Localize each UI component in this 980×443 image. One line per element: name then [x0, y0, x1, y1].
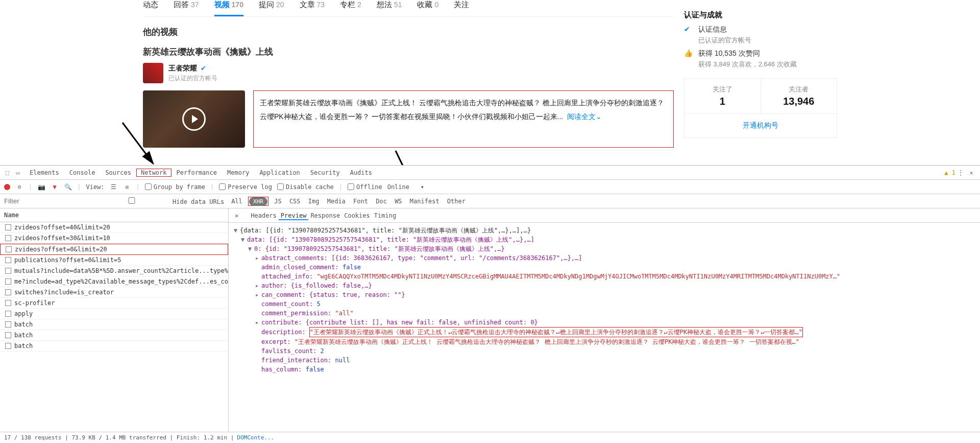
verified-badge-icon: ✔ — [684, 25, 693, 33]
camera-icon[interactable]: 📷 — [37, 183, 45, 191]
filter-icon[interactable]: ▼ — [51, 183, 59, 191]
filter-input[interactable] — [4, 197, 86, 205]
filter-type-css[interactable]: CSS — [287, 198, 303, 205]
gain-sub: 获得 3,849 次喜欢，2,646 次收藏 — [698, 60, 797, 69]
preserve-log-checkbox[interactable]: Preserve log — [219, 183, 272, 191]
following-cell[interactable]: 关注了 1 — [684, 79, 761, 113]
response-tab-headers[interactable]: Headers — [249, 212, 279, 219]
filter-type-img[interactable]: Img — [306, 198, 322, 205]
profile-tab-动态[interactable]: 动态 — [143, 0, 158, 16]
video-description: 王者荣耀新英雄云缨故事动画《擒贼》正式上线！ 云缨霸气挑枪追击大理寺的神秘盗贼？… — [260, 99, 664, 121]
request-row[interactable]: zvideos?offset=40&limit=20 — [0, 222, 228, 233]
section-title: 他的视频 — [143, 26, 674, 38]
profile-tab-想法[interactable]: 想法51 — [377, 0, 402, 16]
filter-type-js[interactable]: JS — [272, 198, 283, 205]
author-name[interactable]: 王者荣耀 — [168, 64, 197, 72]
filter-type-all[interactable]: All — [229, 198, 244, 205]
video-title[interactable]: 新英雄云缨故事动画《擒贼》上线 — [143, 46, 674, 58]
devtools-tab-application[interactable]: Application — [254, 169, 305, 176]
request-row[interactable]: sc-profiler — [0, 298, 228, 309]
cert-label: 认证信息 — [698, 25, 751, 34]
devtools-main-tabs: ⬚ ▭ ElementsConsoleSourcesNetworkPerform… — [0, 166, 980, 180]
request-row[interactable]: batch — [0, 319, 228, 330]
request-row[interactable]: zvideos?offset=30&limit=10 — [0, 233, 228, 244]
profile-tab-视频[interactable]: 视频170 — [214, 0, 243, 16]
search-icon[interactable]: 🔍 — [64, 183, 72, 191]
hide-data-urls-checkbox[interactable]: Hide data URLs — [91, 197, 224, 205]
close-icon[interactable]: ✕ — [967, 169, 975, 177]
request-row[interactable]: batch — [0, 341, 228, 352]
devtools-tab-console[interactable]: Console — [64, 169, 101, 176]
verified-badge-icon: ✔ — [201, 64, 206, 72]
request-row[interactable]: apply — [0, 309, 228, 319]
response-tab-response[interactable]: Response — [308, 212, 342, 219]
group-by-frame-checkbox[interactable]: Group by frame — [145, 183, 205, 191]
settings-icon[interactable]: ⋮ — [957, 169, 965, 177]
request-row[interactable]: zvideos?offset=0&limit=20 — [0, 244, 228, 255]
filter-type-xhr[interactable]: XHR — [248, 197, 268, 206]
close-details-icon[interactable]: ✕ — [232, 212, 241, 219]
filter-type-other[interactable]: Other — [445, 198, 468, 205]
devtools-tab-network[interactable]: Network — [136, 169, 172, 177]
read-full-link[interactable]: 阅读全文⌄ — [567, 112, 602, 121]
author-row: 王者荣耀 ✔ 已认证的官方帐号 — [143, 63, 674, 83]
devtools-tab-audits[interactable]: Audits — [345, 169, 377, 176]
devtools-tab-memory[interactable]: Memory — [222, 169, 254, 176]
request-row[interactable]: me?include=ad_type%2Cavailable_message_t… — [0, 276, 228, 287]
video-thumbnail[interactable] — [143, 90, 245, 148]
devtools-tab-elements[interactable]: Elements — [24, 169, 64, 176]
devtools-tab-security[interactable]: Security — [305, 169, 345, 176]
gain-text: 获得 10,535 次赞同 — [698, 49, 797, 58]
video-description-box: 王者荣耀新英雄云缨故事动画《擒贼》正式上线！ 云缨霸气挑枪追击大理寺的神秘盗贼？… — [253, 90, 674, 148]
offline-checkbox[interactable]: Offline — [348, 183, 382, 191]
request-list: zvideos?offset=40&limit=20zvideos?offset… — [0, 222, 228, 432]
request-row[interactable]: batch — [0, 330, 228, 341]
clear-icon[interactable]: ⊘ — [15, 183, 23, 191]
network-filter-bar: Hide data URLs All XHR JS CSS Img Media … — [0, 194, 980, 208]
response-tab-cookies[interactable]: Cookies — [342, 212, 372, 219]
devtools-tab-sources[interactable]: Sources — [100, 169, 136, 176]
device-toggle-icon[interactable]: ▭ — [14, 169, 22, 177]
author-subtitle: 已认证的官方帐号 — [168, 74, 217, 83]
warnings-badge[interactable]: ▲ 1 — [944, 169, 955, 176]
json-preview[interactable]: ▼{data: [{id: "1390780925257543681", tit… — [229, 223, 980, 432]
filter-type-doc[interactable]: Doc — [374, 198, 389, 205]
overview-icon[interactable]: ≡ — [123, 183, 131, 191]
profile-tabs: 动态回答37视频170提问20文章73专栏2想法51收藏0关注 — [143, 0, 674, 17]
devtools-tab-performance[interactable]: Performance — [172, 169, 222, 176]
response-tabs: ✕ HeadersPreviewResponseCookiesTiming — [229, 208, 980, 223]
profile-tab-回答[interactable]: 回答37 — [174, 0, 199, 16]
network-toolbar: ⊘ | 📷 ▼ 🔍 | View: ☰ ≡ | Group by frame |… — [0, 180, 980, 194]
thumb-up-icon: 👍 — [684, 49, 693, 57]
filter-type-ws[interactable]: WS — [393, 198, 404, 205]
chevron-down-icon: ⌄ — [596, 112, 602, 121]
avatar[interactable] — [143, 63, 163, 83]
throttling-select[interactable]: Online ▾ — [387, 183, 424, 191]
cert-sub: 已认证的官方帐号 — [698, 36, 751, 45]
view-label: View: — [86, 183, 104, 191]
request-row[interactable]: mutuals?include=data%5B*%5D.answer_count… — [0, 266, 228, 276]
response-tab-timing[interactable]: Timing — [372, 212, 398, 219]
response-tab-preview[interactable]: Preview — [279, 212, 309, 220]
name-column-header[interactable]: Name — [0, 208, 228, 222]
request-row[interactable]: switches?include=is_creator — [0, 287, 228, 298]
profile-tab-专栏[interactable]: 专栏2 — [340, 0, 361, 16]
profile-tab-提问[interactable]: 提问20 — [259, 0, 284, 16]
filter-type-manifest[interactable]: Manifest — [408, 198, 442, 205]
filter-type-media[interactable]: Media — [325, 198, 348, 205]
devtools-status-bar: 17 / 138 requests | 73.9 KB / 1.4 MB tra… — [0, 432, 980, 443]
filter-type-font[interactable]: Font — [351, 198, 370, 205]
profile-tab-关注[interactable]: 关注 — [454, 0, 469, 16]
followers-cell[interactable]: 关注者 13,946 — [761, 79, 837, 113]
org-link[interactable]: 开通机构号 — [684, 114, 837, 138]
large-rows-icon[interactable]: ☰ — [110, 183, 118, 191]
record-icon[interactable] — [4, 184, 10, 190]
disable-cache-checkbox[interactable]: Disable cache — [277, 183, 334, 191]
play-icon[interactable] — [182, 107, 206, 131]
request-row[interactable]: publications?offset=0&limit=5 — [0, 255, 228, 266]
profile-tab-文章[interactable]: 文章73 — [300, 0, 325, 16]
inspect-icon[interactable]: ⬚ — [3, 169, 11, 177]
profile-tab-收藏[interactable]: 收藏0 — [417, 0, 438, 16]
side-head: 认证与成就 — [684, 10, 837, 20]
devtools-panel: ⬚ ▭ ElementsConsoleSourcesNetworkPerform… — [0, 165, 980, 443]
